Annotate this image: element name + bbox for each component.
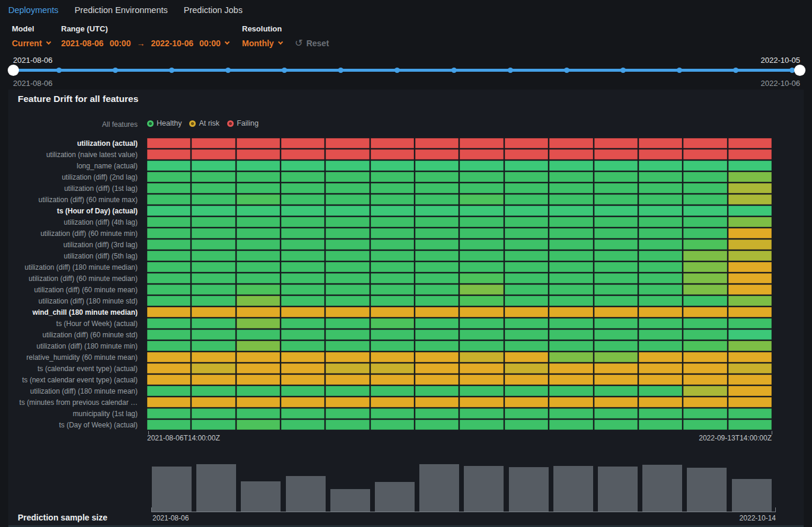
heatmap-cell[interactable] [549,341,593,351]
heatmap-cell[interactable] [147,239,190,250]
heatmap-cell[interactable] [683,375,727,385]
heatmap-cell[interactable] [147,194,190,205]
heatmap-cell[interactable] [237,285,280,295]
heatmap-cell[interactable] [371,251,414,261]
heatmap-cell[interactable] [192,330,235,340]
heatmap-cell[interactable] [549,363,593,373]
heatmap-cell[interactable] [728,149,772,159]
heatmap-cell[interactable] [147,217,190,227]
heatmap-cell[interactable] [371,239,414,250]
heatmap-cell[interactable] [326,206,369,216]
heatmap-cell[interactable] [639,273,682,283]
sample-size-bar[interactable] [241,481,281,512]
heatmap-cell[interactable] [237,149,280,159]
heatmap-cell[interactable] [371,363,414,373]
tab-deployments[interactable]: Deployments [8,5,59,15]
heatmap-cell[interactable] [639,375,682,385]
heatmap-cell[interactable] [728,363,772,373]
heatmap-cell[interactable] [371,352,414,362]
heatmap-cell[interactable] [728,375,772,385]
heatmap-cell[interactable] [281,206,324,216]
heatmap-cell[interactable] [147,285,190,295]
heatmap-cell[interactable] [460,262,503,272]
heatmap-cell[interactable] [683,386,727,396]
heatmap-cell[interactable] [147,251,190,261]
heatmap-cell[interactable] [639,296,682,306]
heatmap-cell[interactable] [460,285,503,295]
heatmap-cell[interactable] [639,341,682,351]
heatmap-cell[interactable] [594,228,638,238]
heatmap-cell[interactable] [326,251,369,261]
heatmap-cell[interactable] [549,375,593,385]
heatmap-cell[interactable] [415,262,458,272]
heatmap-cell[interactable] [639,138,682,148]
heatmap-cell[interactable] [281,217,324,227]
slider-dot[interactable] [733,68,738,73]
slider-dot[interactable] [169,68,174,73]
heatmap-cell[interactable] [460,352,503,362]
sample-size-bar[interactable] [687,468,727,512]
heatmap-cell[interactable] [460,296,503,306]
heatmap-cell[interactable] [326,285,369,295]
heatmap-cell[interactable] [728,251,772,261]
heatmap-cell[interactable] [460,239,503,250]
heatmap-cell[interactable] [549,307,593,317]
heatmap-cell[interactable] [594,262,638,272]
sample-size-bar[interactable] [152,467,192,512]
heatmap-cell[interactable] [281,273,324,283]
heatmap-cell[interactable] [326,375,369,385]
heatmap-cell[interactable] [371,183,414,193]
heatmap-cell[interactable] [326,138,369,148]
slider-dot[interactable] [338,68,343,73]
heatmap-cell[interactable] [639,386,682,396]
heatmap-cell[interactable] [728,318,772,328]
heatmap-cell[interactable] [594,420,638,430]
slider-handle-left[interactable] [8,65,19,76]
heatmap-cell[interactable] [549,239,593,250]
slider-dot[interactable] [225,68,231,73]
heatmap-cell[interactable] [192,183,235,193]
heatmap-cell[interactable] [147,341,190,351]
heatmap-cell[interactable] [326,183,369,193]
heatmap-cell[interactable] [326,307,369,317]
heatmap-cell[interactable] [460,217,503,227]
heatmap-cell[interactable] [415,251,458,261]
heatmap-cell[interactable] [237,307,280,317]
heatmap-cell[interactable] [549,206,593,216]
heatmap-cell[interactable] [371,228,414,238]
heatmap-cell[interactable] [460,194,503,205]
heatmap-cell[interactable] [728,285,772,295]
heatmap-cell[interactable] [147,318,190,328]
heatmap-cell[interactable] [728,206,772,216]
heatmap-cell[interactable] [147,228,190,238]
heatmap-cell[interactable] [281,194,324,205]
heatmap-cell[interactable] [415,420,458,430]
heatmap-cell[interactable] [326,318,369,328]
sample-size-bar[interactable] [553,466,593,512]
heatmap-cell[interactable] [192,228,235,238]
heatmap-cell[interactable] [639,420,682,430]
heatmap-cell[interactable] [639,363,682,373]
heatmap-cell[interactable] [728,217,772,227]
heatmap-cell[interactable] [415,228,458,238]
heatmap-cell[interactable] [237,251,280,261]
heatmap-cell[interactable] [326,194,369,205]
heatmap-cell[interactable] [415,183,458,193]
heatmap-cell[interactable] [237,183,280,193]
heatmap-cell[interactable] [371,161,414,171]
heatmap-cell[interactable] [639,183,682,193]
slider-dot[interactable] [677,68,682,73]
heatmap-cell[interactable] [639,330,682,340]
sample-size-bar[interactable] [375,482,415,512]
heatmap-cell[interactable] [281,375,324,385]
heatmap-cell[interactable] [549,172,593,182]
heatmap-cell[interactable] [371,397,414,407]
heatmap-cell[interactable] [237,138,280,148]
heatmap-cell[interactable] [281,420,324,430]
heatmap-cell[interactable] [147,420,190,430]
heatmap-cell[interactable] [460,228,503,238]
heatmap-cell[interactable] [728,386,772,396]
heatmap-cell[interactable] [505,285,548,295]
heatmap-cell[interactable] [639,172,682,182]
heatmap-cell[interactable] [192,161,235,171]
